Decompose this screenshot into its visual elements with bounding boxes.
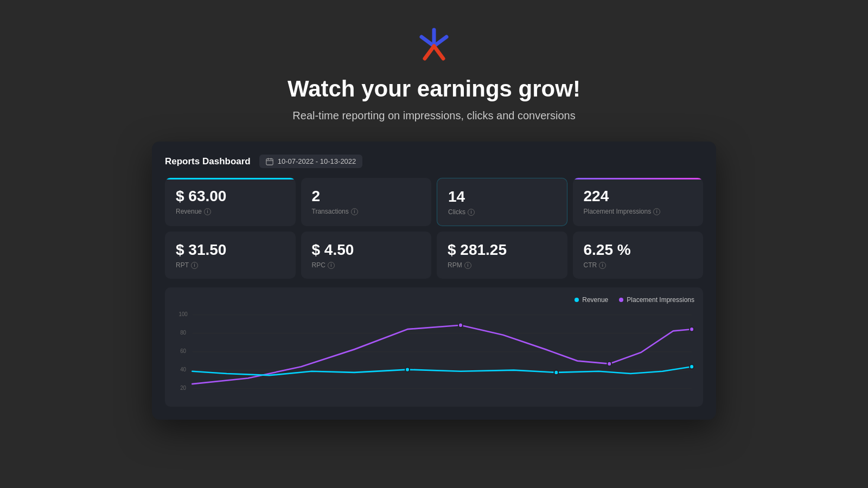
svg-point-23 [554, 370, 558, 375]
brand-logo [415, 27, 453, 65]
legend-revenue-label: Revenue [582, 296, 608, 304]
transactions-label: Transactions i [312, 208, 421, 215]
clicks-value: 14 [448, 188, 556, 206]
svg-line-3 [425, 46, 434, 59]
dashboard-card: Reports Dashboard 10-07-2022 - 10-13-202… [152, 142, 716, 420]
rpm-info-icon[interactable]: i [464, 262, 471, 269]
placement-impressions-value: 224 [584, 188, 693, 205]
placement-impressions-label: Placement Impressions i [584, 208, 693, 215]
legend-revenue-dot [575, 298, 579, 302]
ctr-info-icon[interactable]: i [599, 262, 606, 269]
legend-revenue: Revenue [575, 296, 608, 304]
rpt-info-icon[interactable]: i [191, 262, 198, 269]
ctr-card: 6.25 % CTR i [573, 232, 704, 279]
svg-rect-5 [266, 158, 273, 164]
svg-line-4 [434, 46, 443, 59]
svg-point-19 [458, 323, 463, 328]
revenue-label: Revenue i [176, 208, 285, 215]
rpm-label: RPM i [448, 261, 557, 269]
rpm-card: $ 281.25 RPM i [437, 232, 567, 279]
transactions-value: 2 [312, 188, 421, 205]
dashboard-title: Reports Dashboard [165, 156, 251, 167]
chart-container: Revenue Placement Impressions 100 80 60 … [165, 287, 703, 407]
placement-impressions-info-icon[interactable]: i [653, 208, 660, 215]
svg-point-21 [690, 327, 694, 332]
rpc-info-icon[interactable]: i [328, 262, 335, 269]
calendar-icon [266, 158, 273, 165]
ctr-label: CTR i [584, 261, 693, 269]
svg-text:20: 20 [180, 384, 186, 390]
clicks-info-icon[interactable]: i [468, 209, 475, 216]
legend-impressions: Placement Impressions [619, 296, 694, 304]
hero-subtitle: Real-time reporting on impressions, clic… [292, 110, 575, 122]
svg-text:80: 80 [180, 329, 186, 335]
date-range-picker[interactable]: 10-07-2022 - 10-13-2022 [259, 155, 363, 168]
chart-legend: Revenue Placement Impressions [174, 296, 694, 304]
svg-point-20 [607, 362, 611, 367]
rpc-card: $ 4.50 RPC i [301, 232, 432, 279]
clicks-label: Clicks i [448, 208, 556, 216]
svg-text:100: 100 [178, 311, 188, 317]
transactions-card: 2 Transactions i [301, 178, 432, 226]
legend-impressions-dot [619, 298, 623, 302]
dashboard-header: Reports Dashboard 10-07-2022 - 10-13-202… [165, 155, 703, 168]
rpt-label: RPT i [176, 261, 285, 269]
top-metrics-grid: $ 63.00 Revenue i 2 Transactions i 14 Cl… [165, 178, 703, 226]
rpc-value: $ 4.50 [312, 241, 421, 259]
revenue-card: $ 63.00 Revenue i [165, 178, 296, 226]
svg-point-24 [690, 364, 694, 369]
legend-impressions-label: Placement Impressions [627, 296, 694, 304]
ctr-value: 6.25 % [584, 241, 693, 259]
revenue-value: $ 63.00 [176, 188, 285, 205]
revenue-info-icon[interactable]: i [204, 208, 211, 215]
bottom-metrics-grid: $ 31.50 RPT i $ 4.50 RPC i $ 281.25 RPM … [165, 232, 703, 279]
hero-title: Watch your earnings grow! [288, 76, 580, 102]
chart-svg: 100 80 60 40 20 [174, 309, 694, 401]
rpt-value: $ 31.50 [176, 241, 285, 259]
svg-point-22 [405, 367, 410, 372]
transactions-info-icon[interactable]: i [351, 208, 358, 215]
svg-text:40: 40 [180, 366, 186, 372]
hero-section: Watch your earnings grow! Real-time repo… [152, 0, 716, 420]
rpc-label: RPC i [312, 261, 421, 269]
date-range-label: 10-07-2022 - 10-13-2022 [278, 157, 356, 165]
rpt-card: $ 31.50 RPT i [165, 232, 296, 279]
placement-impressions-card: 224 Placement Impressions i [573, 178, 704, 226]
rpm-value: $ 281.25 [448, 241, 557, 259]
clicks-card: 14 Clicks i [437, 178, 567, 226]
svg-text:60: 60 [180, 348, 186, 354]
